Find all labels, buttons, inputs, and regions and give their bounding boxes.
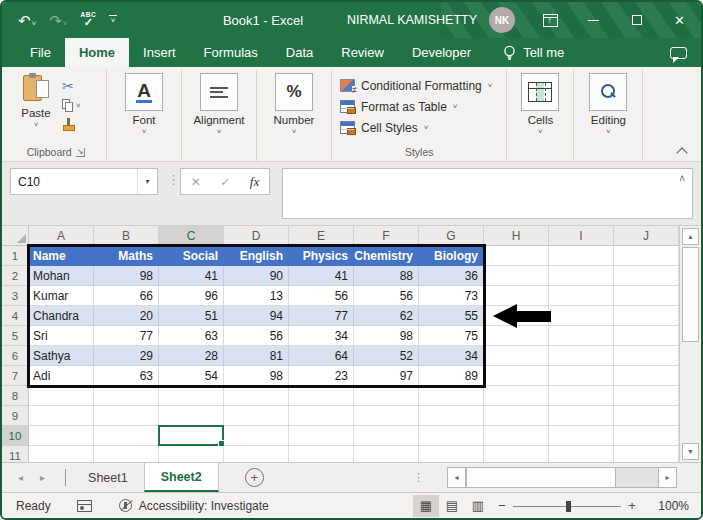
- cell-C3[interactable]: 96: [159, 286, 224, 306]
- cell-G8[interactable]: [419, 386, 484, 406]
- editing-group-button[interactable]: Editing ˅: [582, 73, 634, 145]
- cell-A5[interactable]: Sri: [29, 326, 94, 346]
- cell-G7[interactable]: 89: [419, 366, 484, 386]
- cell-E3[interactable]: 56: [289, 286, 354, 306]
- cell-I7[interactable]: [549, 366, 614, 386]
- column-header-I[interactable]: I: [549, 226, 614, 246]
- cell-F7[interactable]: 97: [354, 366, 419, 386]
- cell-F4[interactable]: 62: [354, 306, 419, 326]
- redo-button[interactable]: ↷˅: [49, 13, 67, 28]
- clipboard-dialog-launcher-icon[interactable]: ↘: [76, 148, 86, 157]
- page-break-view-button[interactable]: ▥: [465, 495, 491, 517]
- zoom-slider-thumb[interactable]: [566, 501, 571, 512]
- cell-H10[interactable]: [484, 426, 549, 446]
- cell-E1[interactable]: Physics: [289, 246, 354, 266]
- insert-function-icon[interactable]: fx: [250, 174, 259, 190]
- cell-I3[interactable]: [549, 286, 614, 306]
- cell-F3[interactable]: 56: [354, 286, 419, 306]
- cell-A9[interactable]: [29, 406, 94, 426]
- user-name[interactable]: NIRMAL KAMISHETTY: [347, 13, 477, 27]
- cell-A4[interactable]: Chandra: [29, 306, 94, 326]
- cell-D5[interactable]: 56: [224, 326, 289, 346]
- cell-E10[interactable]: [289, 426, 354, 446]
- column-header-H[interactable]: H: [484, 226, 549, 246]
- paste-button[interactable]: Paste ˅: [14, 73, 58, 145]
- cell-B3[interactable]: 66: [94, 286, 159, 306]
- cell-H7[interactable]: [484, 366, 549, 386]
- select-all-corner[interactable]: [2, 226, 29, 246]
- copy-button[interactable]: ˅: [62, 97, 98, 113]
- cell-F9[interactable]: [354, 406, 419, 426]
- cell-G5[interactable]: 75: [419, 326, 484, 346]
- alignment-group-button[interactable]: Alignment ˅: [190, 73, 248, 145]
- cell-C9[interactable]: [159, 406, 224, 426]
- cell-C4[interactable]: 51: [159, 306, 224, 326]
- cell-D10[interactable]: [224, 426, 289, 446]
- row-header-7[interactable]: 7: [2, 366, 29, 386]
- cell-D8[interactable]: [224, 386, 289, 406]
- conditional-formatting-button[interactable]: Conditional Formatting ˅: [340, 76, 492, 95]
- minimize-button[interactable]: [572, 2, 615, 38]
- cell-C6[interactable]: 28: [159, 346, 224, 366]
- row-header-3[interactable]: 3: [2, 286, 29, 306]
- cell-F11[interactable]: [354, 446, 419, 462]
- cell-G6[interactable]: 34: [419, 346, 484, 366]
- column-header-G[interactable]: G: [419, 226, 484, 246]
- cell-C2[interactable]: 41: [159, 266, 224, 286]
- cell-D4[interactable]: 94: [224, 306, 289, 326]
- cell-F2[interactable]: 88: [354, 266, 419, 286]
- cell-styles-button[interactable]: Cell Styles ˅: [340, 118, 492, 137]
- cell-D7[interactable]: 98: [224, 366, 289, 386]
- close-button[interactable]: ✕: [658, 2, 701, 38]
- cell-E5[interactable]: 34: [289, 326, 354, 346]
- cell-A11[interactable]: [29, 446, 94, 462]
- spelling-button[interactable]: ABC✓: [81, 12, 97, 29]
- cell-C7[interactable]: 54: [159, 366, 224, 386]
- cell-G9[interactable]: [419, 406, 484, 426]
- user-avatar[interactable]: NK: [489, 7, 515, 33]
- format-painter-button[interactable]: [62, 116, 98, 132]
- cell-E9[interactable]: [289, 406, 354, 426]
- cell-D11[interactable]: [224, 446, 289, 462]
- cell-C8[interactable]: [159, 386, 224, 406]
- cell-J5[interactable]: [614, 326, 679, 346]
- scroll-left-icon[interactable]: ◂: [447, 467, 466, 488]
- formula-input[interactable]: ˄: [282, 168, 693, 219]
- cell-H4[interactable]: [484, 306, 549, 326]
- cell-D6[interactable]: 81: [224, 346, 289, 366]
- cell-G10[interactable]: [419, 426, 484, 446]
- column-header-D[interactable]: D: [224, 226, 289, 246]
- collapse-ribbon-icon[interactable]: [678, 146, 687, 155]
- column-header-A[interactable]: A: [29, 226, 94, 246]
- cell-A1[interactable]: Name: [29, 246, 94, 266]
- cell-H5[interactable]: [484, 326, 549, 346]
- column-header-C[interactable]: C: [159, 226, 224, 246]
- cell-B6[interactable]: 29: [94, 346, 159, 366]
- cell-H9[interactable]: [484, 406, 549, 426]
- cell-A10[interactable]: [29, 426, 94, 446]
- ribbon-tab-developer[interactable]: Developer: [398, 38, 485, 67]
- cell-F6[interactable]: 52: [354, 346, 419, 366]
- ribbon-tab-data[interactable]: Data: [272, 38, 327, 67]
- undo-button[interactable]: ↶˅: [18, 13, 36, 28]
- cell-B7[interactable]: 63: [94, 366, 159, 386]
- cell-J11[interactable]: [614, 446, 679, 462]
- cell-E11[interactable]: [289, 446, 354, 462]
- cell-D1[interactable]: English: [224, 246, 289, 266]
- zoom-out-button[interactable]: −: [491, 498, 513, 513]
- cell-E6[interactable]: 64: [289, 346, 354, 366]
- cell-D9[interactable]: [224, 406, 289, 426]
- cell-J2[interactable]: [614, 266, 679, 286]
- cell-B10[interactable]: [94, 426, 159, 446]
- row-header-4[interactable]: 4: [2, 306, 29, 326]
- cell-H8[interactable]: [484, 386, 549, 406]
- cell-D2[interactable]: 90: [224, 266, 289, 286]
- row-header-5[interactable]: 5: [2, 326, 29, 346]
- cell-E7[interactable]: 23: [289, 366, 354, 386]
- zoom-in-button[interactable]: +: [621, 498, 643, 513]
- cell-H6[interactable]: [484, 346, 549, 366]
- cell-I10[interactable]: [549, 426, 614, 446]
- cell-F1[interactable]: Chemistry: [354, 246, 419, 266]
- cell-H2[interactable]: [484, 266, 549, 286]
- cell-E4[interactable]: 77: [289, 306, 354, 326]
